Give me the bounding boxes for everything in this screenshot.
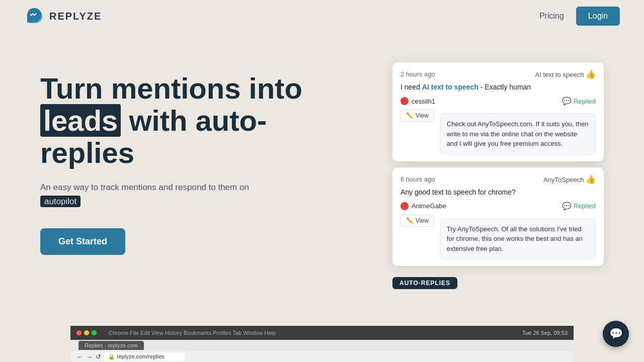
browser-dots bbox=[76, 330, 97, 335]
pricing-link[interactable]: Pricing bbox=[539, 12, 564, 21]
card-1-body: I need AI text to speech - Exactly human bbox=[400, 82, 596, 93]
browser-bar: Chrome File Edit View History Bookmarks … bbox=[70, 326, 574, 340]
login-button[interactable]: Login bbox=[576, 7, 620, 26]
card-2-body-suffix: Any good text to speech for chrome? bbox=[400, 188, 516, 196]
card-1-username: cessilh1 bbox=[412, 98, 435, 105]
browser-tabs: Replies - replyze.com bbox=[70, 340, 574, 351]
card-1-replied: 💬 Replied bbox=[562, 97, 596, 106]
forward-icon[interactable]: → bbox=[86, 353, 93, 360]
mention-card-2: 6 hours ago AnyToSpeech 👍 Any good text … bbox=[392, 167, 604, 266]
chat-widget-icon: 💬 bbox=[609, 327, 623, 340]
browser-datetime: Tue 26 Sep, 09:53 bbox=[522, 330, 568, 336]
hero-left: Turn mentions into leads with auto- repl… bbox=[40, 62, 322, 255]
url-text: replyze.com/replies bbox=[117, 353, 165, 359]
card-2-user-row: AnimeGabe 💬 Replied bbox=[400, 202, 596, 211]
card-1-replied-text: Replied bbox=[574, 98, 596, 105]
card-1-header: 2 hours ago AI text to speech 👍 bbox=[400, 69, 596, 79]
replied-icon-2: 💬 bbox=[562, 202, 572, 211]
browser-tab[interactable]: Replies - replyze.com bbox=[78, 341, 144, 350]
thumbs-up-icon-2: 👍 bbox=[586, 175, 596, 184]
logo-text: REPLYZE bbox=[49, 11, 102, 22]
logo-link[interactable]: REPLYZE bbox=[24, 6, 102, 26]
card-1-reply-bubble: Check out AnyToSpeech.com. If it suits y… bbox=[440, 114, 596, 154]
card-1-bottom: ✏️ View Check out AnyToSpeech.com. If it… bbox=[400, 110, 596, 154]
card-2-body: Any good text to speech for chrome? bbox=[400, 187, 596, 198]
card-1-time: 2 hours ago bbox=[400, 70, 435, 78]
browser-menu: Chrome File Edit View History Bookmarks … bbox=[109, 330, 276, 336]
card-1-topic: AI text to speech 👍 bbox=[535, 69, 596, 79]
card-1-view-label: View bbox=[416, 112, 429, 119]
card-2-view-button[interactable]: ✏️ View bbox=[400, 215, 434, 227]
card-2-reply-text: Try AnyToSpeech. Of all the solutions I'… bbox=[447, 225, 583, 252]
url-bar[interactable]: 🔒 replyze.com/replies bbox=[104, 352, 185, 361]
card-2-replied: 💬 Replied bbox=[562, 202, 596, 211]
dot-red bbox=[76, 330, 82, 335]
card-1-reply-text: Check out AnyToSpeech.com. If it suits y… bbox=[447, 120, 589, 147]
headline-part2: with auto- bbox=[121, 104, 267, 137]
card-1-body-prefix: I need bbox=[400, 83, 422, 91]
hero-section: Turn mentions into leads with auto- repl… bbox=[0, 32, 644, 309]
card-2-header: 6 hours ago AnyToSpeech 👍 bbox=[400, 174, 596, 184]
card-2-reply-bubble: Try AnyToSpeech. Of all the solutions I'… bbox=[440, 219, 596, 259]
card-1-left-col: ✏️ View bbox=[400, 110, 434, 122]
autopilot-highlight: autopilot bbox=[40, 196, 80, 207]
navbar: REPLYZE Pricing Login bbox=[0, 0, 644, 32]
headline-part3: replies bbox=[40, 136, 134, 169]
card-1-user: cessilh1 bbox=[400, 97, 435, 105]
card-2-username: AnimeGabe bbox=[412, 202, 446, 210]
mention-card-1: 2 hours ago AI text to speech 👍 I need A… bbox=[392, 62, 604, 161]
card-2-time: 6 hours ago bbox=[400, 175, 435, 183]
nav-right: Pricing Login bbox=[539, 7, 620, 26]
card-2-left-col: ✏️ View bbox=[400, 215, 434, 227]
refresh-icon[interactable]: ↺ bbox=[96, 353, 101, 360]
auto-replies-badge: AUTO-REPLIES bbox=[392, 277, 457, 289]
hero-right: 2 hours ago AI text to speech 👍 I need A… bbox=[392, 62, 604, 289]
card-2-topic: AnyToSpeech 👍 bbox=[543, 174, 596, 184]
card-2-replied-text: Replied bbox=[574, 202, 596, 210]
card-1-user-row: cessilh1 💬 Replied bbox=[400, 97, 596, 106]
card-2-bottom: ✏️ View Try AnyToSpeech. Of all the solu… bbox=[400, 215, 596, 259]
logo-icon bbox=[24, 6, 44, 26]
card-2-avatar bbox=[400, 202, 409, 210]
chat-widget[interactable]: 💬 bbox=[603, 321, 629, 347]
back-icon[interactable]: ← bbox=[76, 353, 83, 360]
headline-part1: Turn mentions into bbox=[40, 72, 302, 105]
card-2-user: AnimeGabe bbox=[400, 202, 446, 210]
view-icon-2: ✏️ bbox=[406, 217, 414, 224]
card-1-body-highlight: AI text to speech bbox=[422, 83, 478, 91]
replied-icon-1: 💬 bbox=[562, 97, 572, 106]
card-1-view-button[interactable]: ✏️ View bbox=[400, 110, 434, 122]
hero-subtext: An easy way to track mentions and respon… bbox=[40, 180, 322, 208]
card-1-body-suffix: - Exactly human bbox=[478, 83, 531, 91]
dot-yellow bbox=[84, 330, 89, 335]
dot-green bbox=[92, 330, 97, 335]
view-icon-1: ✏️ bbox=[406, 112, 414, 119]
card-1-avatar bbox=[400, 97, 409, 105]
thumbs-up-icon-1: 👍 bbox=[586, 70, 596, 78]
get-started-button[interactable]: Get Started bbox=[40, 228, 125, 255]
subtext1: An easy way to track mentions and respon… bbox=[40, 183, 249, 192]
browser-address-bar: ← → ↺ 🔒 replyze.com/replies bbox=[70, 351, 574, 362]
headline-highlight: leads bbox=[40, 104, 121, 137]
browser-mockup: Chrome File Edit View History Bookmarks … bbox=[0, 326, 644, 362]
card-2-view-label: View bbox=[416, 217, 429, 224]
hero-headline: Turn mentions into leads with auto- repl… bbox=[40, 72, 322, 168]
